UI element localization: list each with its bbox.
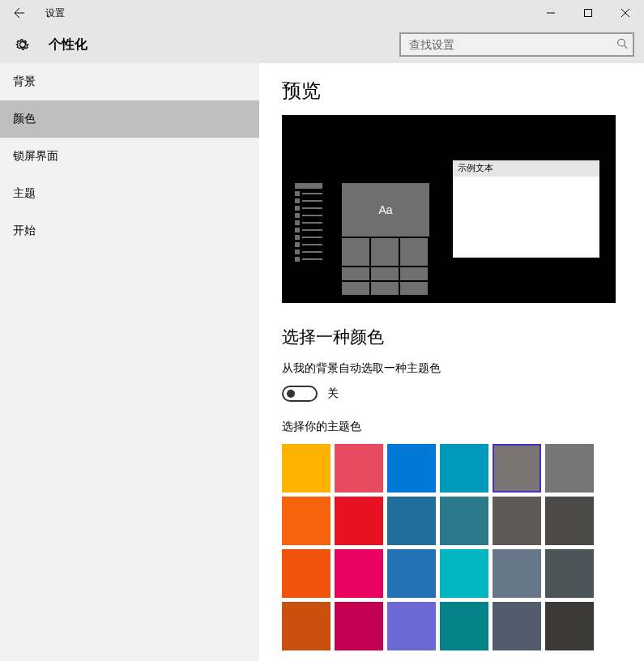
color-swatch[interactable] [335, 444, 383, 493]
color-swatch[interactable] [545, 444, 594, 493]
gear-icon [15, 36, 31, 53]
preview-tiles: Aa [342, 183, 429, 296]
color-swatch[interactable] [545, 497, 594, 545]
color-swatch[interactable] [440, 444, 488, 493]
sidebar: 背景颜色锁屏界面主题开始 [0, 63, 259, 661]
search-input[interactable] [399, 32, 634, 57]
color-swatch[interactable] [387, 497, 436, 545]
preview-window: 示例文本 [453, 160, 599, 258]
color-swatch[interactable] [282, 602, 331, 650]
svg-rect-1 [585, 10, 592, 17]
auto-color-label: 从我的背景自动选取一种主题色 [282, 361, 621, 376]
color-swatch[interactable] [493, 602, 541, 650]
color-swatch[interactable] [335, 549, 383, 598]
color-swatch[interactable] [545, 549, 594, 598]
color-swatch[interactable] [335, 602, 383, 650]
back-arrow-icon [13, 6, 26, 19]
preview-tile-text: Aa [342, 183, 429, 237]
maximize-icon [584, 9, 592, 17]
minimize-button[interactable] [532, 0, 569, 26]
auto-color-toggle[interactable] [282, 386, 318, 402]
color-swatch[interactable] [440, 602, 488, 650]
color-swatch[interactable] [440, 497, 488, 545]
color-swatch[interactable] [335, 497, 383, 545]
sidebar-item-3[interactable]: 主题 [0, 175, 259, 212]
color-swatch[interactable] [387, 444, 436, 493]
pick-color-label: 选择你的主题色 [282, 420, 621, 434]
color-swatch-grid [282, 444, 621, 650]
preview-nav-lines [295, 183, 322, 264]
color-swatch[interactable] [493, 549, 541, 598]
maximize-button[interactable] [569, 0, 607, 26]
back-button[interactable] [0, 0, 39, 26]
color-swatch[interactable] [545, 602, 594, 650]
page-title: 个性化 [49, 36, 87, 53]
color-swatch[interactable] [282, 444, 331, 493]
toggle-state-label: 关 [327, 386, 339, 401]
color-swatch[interactable] [440, 549, 488, 598]
close-button[interactable] [607, 0, 644, 26]
sidebar-item-1[interactable]: 颜色 [0, 100, 259, 138]
color-swatch[interactable] [282, 497, 331, 545]
close-icon [621, 9, 629, 17]
preview-heading: 预览 [282, 78, 621, 104]
color-swatch[interactable] [493, 444, 541, 493]
sidebar-item-2[interactable]: 锁屏界面 [0, 138, 259, 175]
color-swatch[interactable] [387, 549, 436, 598]
window-title: 设置 [45, 6, 65, 20]
section-heading: 选择一种颜色 [282, 326, 621, 348]
color-swatch[interactable] [493, 497, 541, 545]
minimize-icon [547, 9, 555, 17]
sidebar-item-4[interactable]: 开始 [0, 212, 259, 249]
sidebar-item-0[interactable]: 背景 [0, 63, 259, 100]
color-swatch[interactable] [387, 602, 436, 650]
preview-pane: Aa 示例文本 [282, 115, 616, 303]
color-swatch[interactable] [282, 549, 331, 598]
preview-window-title: 示例文本 [453, 160, 599, 177]
